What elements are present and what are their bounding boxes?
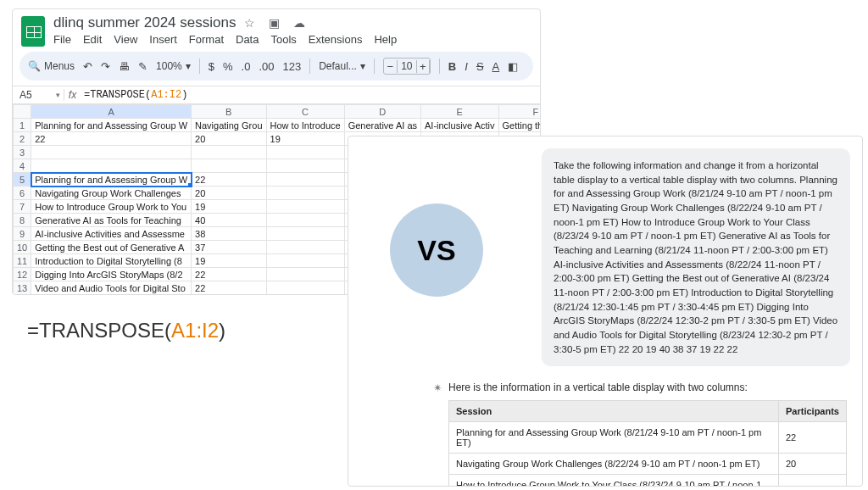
row-header[interactable]: 8 [14,214,31,227]
row-header[interactable]: 9 [14,227,31,241]
cell[interactable]: 22 [192,268,267,281]
text-color-icon[interactable]: A [492,60,500,73]
cell[interactable]: 22 [192,281,267,295]
row-header[interactable]: 6 [14,187,31,200]
menu-tools[interactable]: Tools [270,33,296,46]
table-row: How to Introduce Group Work to Your Clas… [449,475,779,487]
cell[interactable]: Digging Into ArcGIS StoryMaps (8/2 [31,268,192,281]
print-icon[interactable]: 🖶 [119,60,130,73]
row-header[interactable]: 14 [14,295,31,296]
col-header-F[interactable]: F [498,105,540,119]
cell[interactable]: 38 [192,227,267,241]
cell[interactable]: AI-inclusive Activ [421,119,499,132]
row-header[interactable]: 11 [14,254,31,268]
cell[interactable]: 37 [192,241,267,254]
cell[interactable]: Video and Audio Tools for Digital Sto [31,281,192,295]
name-box[interactable]: A5 [13,89,64,101]
cell[interactable]: 19 [192,254,267,268]
formula-bar: A5 fx =TRANSPOSE(A1:I2) [13,86,540,104]
strike-icon[interactable]: S [476,60,484,73]
cell[interactable]: 20 [192,132,267,146]
col-header-E[interactable]: E [421,105,499,119]
document-title[interactable]: dlinq summer 2024 sessions [53,14,236,31]
decimal-dec-icon[interactable]: .0 [242,60,251,73]
row-header[interactable]: 4 [14,159,31,173]
cell[interactable]: Getting the Best [498,119,540,132]
cell[interactable]: Navigating Grou [192,119,267,132]
col-header-B[interactable]: B [192,105,267,119]
sheets-header: dlinq summer 2024 sessions ☆ ▣ ☁ File Ed… [13,9,540,47]
sheets-logo-icon [21,16,45,47]
bold-icon[interactable]: B [448,60,456,73]
table-row: 20 [779,454,847,475]
cell[interactable]: 19 [192,200,267,214]
row-header[interactable]: 3 [14,146,31,159]
toolbar: 🔍Menus ↶ ↷ 🖶 ✎ 100% ▾ $ % .0 .00 123 Def… [19,52,533,81]
decimal-inc-icon[interactable]: .00 [259,60,274,73]
cell-selected[interactable]: Planning for and Assessing Group W [31,173,192,187]
row-header[interactable]: 10 [14,241,31,254]
menu-edit[interactable]: Edit [83,33,102,46]
cell[interactable]: Generative AI as [344,119,420,132]
table-row: Planning for and Assessing Group Work (8… [449,422,779,454]
menu-help[interactable]: Help [374,33,397,46]
row-header[interactable]: 12 [14,268,31,281]
response-intro: Here is the information in a vertical ta… [448,381,748,393]
table-row: Navigating Group Work Challenges (8/22/2… [449,454,779,475]
cell[interactable]: Generative AI as Tools for Teaching [31,214,192,227]
cell[interactable]: Getting the Best out of Generative A [31,241,192,254]
italic-icon[interactable]: I [465,60,468,73]
percent-icon[interactable]: % [223,60,233,73]
undo-icon[interactable]: ↶ [83,60,92,73]
menu-view[interactable]: View [114,33,137,46]
col-header-D[interactable]: D [344,105,420,119]
font-size-dec[interactable]: − [384,60,398,73]
col-session: Session [449,401,779,422]
font-size[interactable]: − 10 + [383,58,431,75]
title-icons[interactable]: ☆ ▣ ☁ [244,16,310,30]
menu-format[interactable]: Format [189,33,224,46]
row-header[interactable]: 5 [14,173,31,187]
table-row: 19 [779,475,847,487]
menu-extensions[interactable]: Extensions [309,33,363,46]
cell[interactable]: Navigating Group Work Challenges [31,187,192,200]
menu-file[interactable]: File [53,33,71,46]
vs-badge: VS [390,203,483,297]
menu-data[interactable]: Data [236,33,259,46]
row-header[interactable]: 1 [14,119,31,132]
response-table: Session Participants Planning for and As… [448,400,847,487]
fill-color-icon[interactable]: ◧ [508,60,518,73]
col-header-A[interactable]: A [31,105,192,119]
row-header[interactable]: 7 [14,200,31,214]
currency-icon[interactable]: $ [209,60,214,73]
formula-callout: =TRANSPOSE(A1:I2) [27,319,225,342]
chat-response: ✴ Here is the information in a vertical … [348,375,862,487]
row-header[interactable]: 13 [14,281,31,295]
font-select[interactable]: Defaul... ▾ [319,60,365,72]
menu-insert[interactable]: Insert [149,33,177,46]
cell[interactable]: How to Introduce [266,119,344,132]
cell[interactable]: Introduction to Digital Storytelling (8 [31,254,192,268]
col-participants: Participants [779,401,847,422]
cell[interactable]: 22 [192,173,267,187]
font-size-inc[interactable]: + [416,60,430,73]
corner-cell[interactable] [14,105,31,119]
cell[interactable]: 20 [192,187,267,200]
zoom-select[interactable]: 100% ▾ [156,60,191,72]
row-header[interactable]: 2 [14,132,31,146]
cell[interactable]: How to Introduce Group Work to You [31,200,192,214]
cell[interactable]: 22 [31,132,192,146]
cell[interactable]: 40 [192,214,267,227]
cell[interactable]: Planning for and Assessing Group W [31,119,192,132]
more-formats-icon[interactable]: 123 [282,60,301,73]
redo-icon[interactable]: ↷ [101,60,110,73]
menu-bar: File Edit View Insert Format Data Tools … [53,33,397,46]
table-row: 22 [779,422,847,454]
col-header-C[interactable]: C [266,105,344,119]
cell[interactable]: 19 [266,132,344,146]
formula-input[interactable]: =TRANSPOSE(A1:I2) [81,89,187,101]
font-size-value[interactable]: 10 [398,60,416,72]
cell[interactable]: AI-inclusive Activities and Assessme [31,227,192,241]
search-menus[interactable]: 🔍Menus [28,60,75,72]
paint-format-icon[interactable]: ✎ [138,60,147,73]
